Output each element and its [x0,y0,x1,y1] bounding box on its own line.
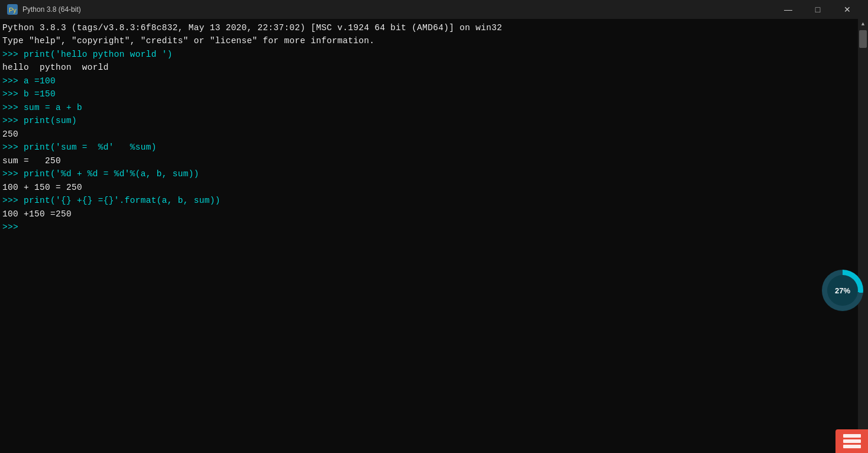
scrollbar: ▲ [858,19,868,453]
console-output-line: sum = 250 [2,154,856,167]
console-output[interactable]: Python 3.8.3 (tags/v3.8.3:6f8c832, May 1… [0,19,858,453]
console-area: Python 3.8.3 (tags/v3.8.3:6f8c832, May 1… [0,19,868,453]
svg-rect-3 [843,439,861,443]
python-window: Py Python 3.8 (64-bit) — □ ✕ Python 3.8.… [0,0,868,453]
scrollbar-thumb[interactable] [859,30,867,48]
console-output-line: 100 + 150 = 250 [2,181,856,194]
svg-rect-2 [843,434,861,438]
console-input-line: >>> print('%d + %d = %d'%(a, b, sum)) [2,167,856,180]
title-bar: Py Python 3.8 (64-bit) — □ ✕ [0,0,868,19]
progress-circle: 27% [822,270,863,311]
scroll-up-arrow[interactable]: ▲ [858,19,868,29]
console-input-line: >>> sum = a + b [2,101,856,114]
progress-inner: 27% [827,275,858,306]
svg-rect-4 [843,445,861,448]
svg-text:Py: Py [9,7,17,14]
title-bar-left: Py Python 3.8 (64-bit) [7,4,81,15]
window-title: Python 3.8 (64-bit) [22,5,81,14]
console-output-line: hello python world [2,61,856,74]
console-input-line: >>> [2,221,856,234]
progress-label: 27% [835,286,850,295]
bottom-right-widget[interactable] [835,429,868,453]
console-input-line: >>> print(sum) [2,114,856,127]
python-icon: Py [7,4,18,15]
console-output-line: Python 3.8.3 (tags/v3.8.3:6f8c832, May 1… [2,21,856,34]
console-output-line: 250 [2,128,856,141]
console-input-line: >>> a =100 [2,75,856,88]
minimize-button[interactable]: — [775,0,802,19]
console-output-line: Type "help", "copyright", "credits" or "… [2,34,856,47]
console-input-line: >>> print('{} +{} ={}'.format(a, b, sum)… [2,194,856,207]
window-controls: — □ ✕ [775,0,861,19]
console-output-line: 100 +150 =250 [2,208,856,221]
console-input-line: >>> print('hello python world ') [2,48,856,61]
console-input-line: >>> print('sum = %d' %sum) [2,141,856,154]
console-input-line: >>> b =150 [2,88,856,101]
progress-widget: 27% [822,270,863,311]
close-button[interactable]: ✕ [834,0,861,19]
maximize-button[interactable]: □ [804,0,831,19]
